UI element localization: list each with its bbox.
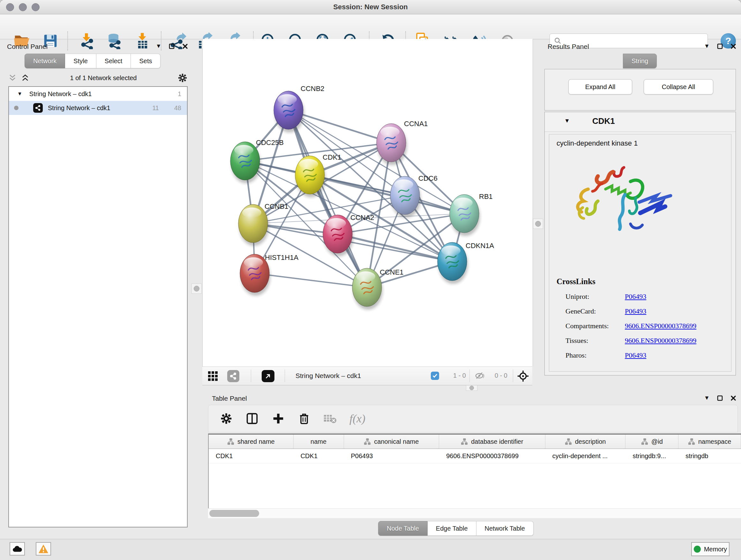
- right-splitter-handle[interactable]: [533, 219, 543, 229]
- panel-menu-icon[interactable]: ▼: [704, 43, 710, 50]
- memory-status-dot: [694, 546, 701, 553]
- collection-expand-icon[interactable]: ▼: [17, 91, 22, 97]
- network-row[interactable]: String Network – cdk1 11 48: [9, 101, 187, 115]
- column-label: canonical name: [374, 438, 419, 445]
- column-header-canonical-name[interactable]: canonical name: [344, 435, 440, 449]
- delete-column-icon[interactable]: [298, 412, 311, 425]
- tab-style[interactable]: Style: [65, 54, 96, 68]
- crosslinks-title: CrossLinks: [556, 277, 596, 286]
- bottom-splitter-handle[interactable]: [466, 385, 477, 391]
- expand-all-button[interactable]: Expand All: [568, 79, 632, 95]
- crosslink-label: GeneCard:: [565, 307, 596, 315]
- node-label-CCNB1: CCNB1: [265, 202, 288, 210]
- tab-network[interactable]: Network: [24, 54, 65, 68]
- cloud-status-button[interactable]: [10, 542, 25, 556]
- node-CDC6[interactable]: CDC6: [390, 174, 437, 218]
- string-network-graph[interactable]: CCNB2CCNA1CDC25BCDK1CDC6RB1CCNB1CCNA2CDK…: [203, 39, 533, 367]
- network-selection-status: 1 of 1 Network selected: [29, 74, 178, 82]
- float-panel-icon[interactable]: [717, 395, 723, 401]
- node-CCNA2[interactable]: CCNA2: [323, 213, 374, 256]
- table-type-tabs: Node TableEdge TableNetwork Table: [378, 521, 534, 536]
- tab-select[interactable]: Select: [96, 54, 131, 68]
- gene-collapse-icon[interactable]: ▼: [564, 118, 570, 124]
- close-panel-icon[interactable]: [182, 43, 188, 50]
- main-toolbar: ?: [0, 14, 741, 39]
- import-network-icon[interactable]: [78, 32, 96, 50]
- import-table-icon[interactable]: [134, 32, 151, 50]
- panel-menu-icon[interactable]: ▼: [156, 43, 161, 50]
- crosslink-row-pharos: Pharos:P06493: [565, 351, 731, 366]
- edge-HIST1H1A-CCNE1[interactable]: [255, 273, 367, 287]
- node-table[interactable]: shared namenamecanonical namedatabase id…: [208, 434, 741, 518]
- expand-all-icon[interactable]: [21, 74, 29, 82]
- crosslink-link[interactable]: P06493: [625, 307, 646, 315]
- column-label: @id: [651, 438, 663, 445]
- crosslink-label: Uniprot:: [565, 293, 590, 300]
- table-horizontal-scrollbar[interactable]: [208, 508, 741, 518]
- tab-network-table[interactable]: Network Table: [476, 521, 534, 536]
- table-row[interactable]: CDK1CDK1P064939606.ENSP00000378699cyclin…: [209, 449, 741, 463]
- import-network-from-database-icon[interactable]: [105, 32, 123, 50]
- crosslink-row-uniprot: Uniprot:P06493: [565, 293, 731, 307]
- hidden-eye-icon[interactable]: [475, 371, 485, 380]
- node-position-crosshair-icon[interactable]: [516, 369, 530, 383]
- network-column-icon: [461, 438, 468, 445]
- column-header-description[interactable]: description: [545, 435, 626, 449]
- column-header-database-identifier[interactable]: database identifier: [439, 435, 545, 449]
- node-CDC25B[interactable]: CDC25B: [230, 138, 284, 183]
- add-column-icon[interactable]: [272, 412, 285, 425]
- table-gear-icon[interactable]: [220, 412, 232, 425]
- gene-name: CDK1: [592, 116, 615, 126]
- collection-label: String Network – cdk1: [29, 90, 92, 98]
- column-header-namespace[interactable]: namespace: [678, 435, 741, 449]
- node-CCNB2[interactable]: CCNB2: [274, 84, 325, 132]
- tab-string[interactable]: String: [623, 54, 657, 68]
- birds-eye-view-icon[interactable]: [262, 370, 274, 382]
- tab-edge-table[interactable]: Edge Table: [428, 521, 476, 536]
- current-network-dot: [14, 106, 18, 110]
- edge-CCNB2-CCNE1[interactable]: [288, 110, 367, 287]
- column-header-@id[interactable]: @id: [625, 435, 678, 449]
- crosslink-link[interactable]: P06493: [625, 351, 646, 360]
- crosslink-row-genecard: GeneCard:P06493: [565, 307, 731, 322]
- crosslink-link[interactable]: 9606.ENSP00000378699: [625, 336, 696, 345]
- grid-view-icon[interactable]: [207, 371, 218, 381]
- tab-sets[interactable]: Sets: [131, 54, 160, 68]
- column-header-shared-name[interactable]: shared name: [209, 435, 293, 449]
- cell-canonical-name: P06493: [344, 449, 440, 463]
- float-panel-icon[interactable]: [169, 43, 175, 50]
- node-CCNA1[interactable]: CCNA1: [377, 120, 428, 165]
- panel-menu-icon[interactable]: ▼: [704, 395, 710, 401]
- tab-node-table[interactable]: Node Table: [378, 521, 428, 536]
- crosslink-link[interactable]: 9606.ENSP00000378699: [625, 322, 696, 330]
- column-label: database identifier: [471, 438, 523, 445]
- warning-icon: [38, 544, 49, 554]
- node-RB1[interactable]: RB1: [450, 192, 493, 236]
- close-panel-icon[interactable]: [730, 43, 737, 50]
- column-header-name[interactable]: name: [293, 435, 344, 449]
- left-splitter-handle[interactable]: [192, 284, 202, 294]
- float-panel-icon[interactable]: [717, 43, 723, 50]
- selected-nodes-checkbox[interactable]: [431, 372, 439, 380]
- node-CCNE1[interactable]: CCNE1: [352, 268, 404, 310]
- collapse-all-icon[interactable]: [8, 74, 17, 82]
- scrollbar-thumb[interactable]: [209, 510, 259, 517]
- gear-icon[interactable]: [178, 73, 188, 83]
- gene-header-row[interactable]: [545, 112, 736, 132]
- status-bar: [0, 539, 741, 560]
- warnings-button[interactable]: [36, 542, 51, 556]
- results-panel-header-icons: ▼: [704, 43, 737, 50]
- collapse-all-button[interactable]: Collapse All: [644, 79, 713, 95]
- close-panel-icon[interactable]: [730, 395, 737, 401]
- network-list: ▼ String Network – cdk1 1 String Network…: [8, 86, 188, 527]
- share-view-icon[interactable]: [227, 370, 239, 382]
- node-CDKN1A[interactable]: CDKN1A: [437, 242, 494, 284]
- network-column-icon: [641, 438, 648, 445]
- network-collection-row[interactable]: ▼ String Network – cdk1 1: [9, 87, 187, 101]
- network-canvas[interactable]: CCNB2CCNA1CDC25BCDK1CDC6RB1CCNB1CCNA2CDK…: [202, 39, 533, 367]
- protein-structure-image: [566, 150, 675, 259]
- node-HIST1H1A[interactable]: HIST1H1A: [240, 253, 298, 296]
- crosslink-link[interactable]: P06493: [625, 293, 646, 301]
- memory-button[interactable]: Memory: [691, 542, 730, 556]
- show-columns-icon[interactable]: [246, 412, 259, 425]
